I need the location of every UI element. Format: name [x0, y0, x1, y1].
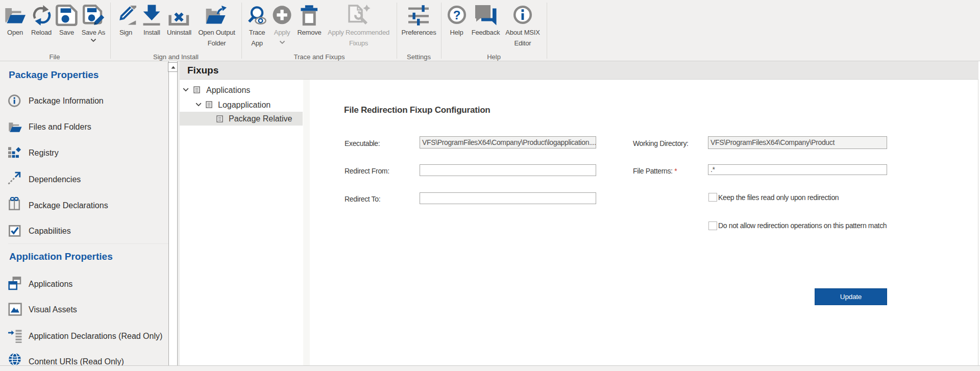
svg-text:?: ? — [453, 8, 461, 22]
